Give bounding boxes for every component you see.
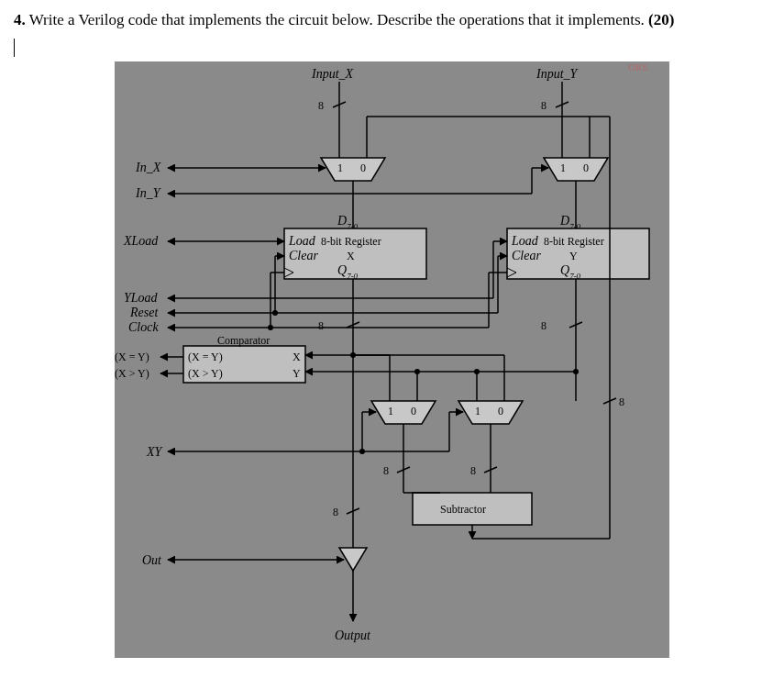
mux-sub-b — [458, 401, 523, 424]
comp-eq-in: (X = Y) — [188, 351, 223, 363]
mux-y-1: 1 — [560, 161, 566, 174]
label-clock: Clock — [128, 320, 159, 334]
reg-x-load: Load — [288, 234, 316, 248]
mux-sa-0: 0 — [411, 405, 416, 417]
label-xload: XLoad — [123, 234, 159, 248]
label-xy: XY — [146, 445, 164, 459]
mux-y — [544, 158, 608, 181]
svg-point-37 — [573, 369, 579, 374]
mux-sub-a — [371, 401, 436, 424]
label-input-y: Input_Y — [536, 67, 580, 81]
comp-gt-in: (X > Y) — [188, 367, 223, 380]
label-input-x: Input_X — [311, 67, 354, 81]
svg-point-69 — [359, 449, 365, 454]
question-number: 4. — [14, 11, 26, 28]
circuit-figure: ORS Input_X 8 Input_Y 8 1 0 1 0 In_X — [115, 61, 669, 658]
bus-8-x1: 8 — [318, 99, 324, 112]
reg-x-8bit: 8-bit Register — [321, 235, 381, 248]
gt-out: (X > Y) — [115, 367, 149, 380]
mux-x-0: 0 — [360, 161, 366, 174]
reg-x-clear: Clear — [289, 249, 318, 262]
mux-sb-1: 1 — [475, 405, 480, 417]
bus-8-sb: 8 — [470, 464, 476, 477]
reg-y-clear: Clear — [512, 249, 541, 262]
watermark-text: ORS — [628, 61, 647, 72]
bus-8-fb: 8 — [619, 395, 624, 408]
mux-x-1: 1 — [337, 161, 343, 174]
reg-y-name: Y — [569, 250, 578, 262]
reg-y-load: Load — [511, 234, 539, 248]
text-cursor — [14, 39, 770, 57]
label-yload: YLoad — [124, 291, 159, 305]
subtractor-label: Subtractor — [440, 503, 486, 516]
bus-8-out: 8 — [333, 506, 338, 518]
bus-8-y1: 8 — [541, 99, 547, 112]
reg-y-8bit: 8-bit Register — [544, 235, 604, 248]
question-points: (20) — [648, 11, 674, 28]
bus-8-y2: 8 — [541, 319, 547, 332]
bus-8-x2: 8 — [318, 319, 324, 332]
eq-out: (X = Y) — [115, 351, 149, 363]
svg-point-68 — [268, 325, 273, 330]
comp-x: X — [293, 351, 301, 363]
svg-point-67 — [272, 310, 278, 316]
comp-y: Y — [293, 367, 301, 380]
mux-x — [321, 158, 385, 181]
mux-sa-1: 1 — [388, 405, 393, 417]
svg-point-46 — [474, 369, 480, 374]
label-in-x: In_X — [135, 161, 161, 174]
question-body: Write a Verilog code that implements the… — [29, 11, 645, 28]
label-in-y: In_Y — [135, 186, 162, 200]
label-out: Out — [142, 553, 162, 567]
svg-point-44 — [414, 369, 420, 374]
label-reset: Reset — [129, 306, 159, 319]
mux-y-0: 0 — [583, 161, 589, 174]
figure-container: ORS Input_X 8 Input_Y 8 1 0 1 0 In_X — [14, 61, 770, 658]
reg-x-name: X — [347, 250, 355, 262]
question-text: 4. Write a Verilog code that implements … — [14, 9, 770, 31]
circuit-svg: ORS Input_X 8 Input_Y 8 1 0 1 0 In_X — [115, 61, 669, 658]
mux-sb-0: 0 — [498, 405, 503, 417]
comparator-label: Comparator — [217, 334, 270, 347]
label-output: Output — [335, 629, 371, 642]
bus-8-sa: 8 — [383, 464, 389, 477]
